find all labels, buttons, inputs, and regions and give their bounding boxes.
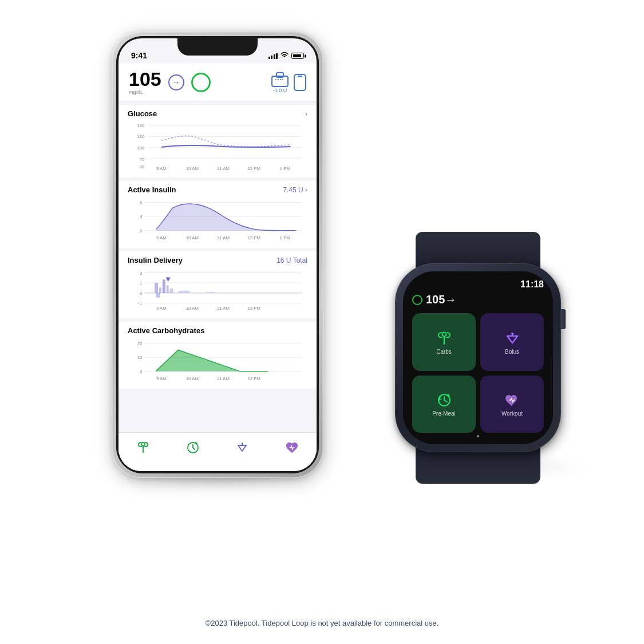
watch-glucose-row: 105→ <box>412 293 544 306</box>
svg-text:11 AM: 11 AM <box>217 306 230 311</box>
iphone-notch <box>177 38 258 56</box>
svg-text:1 PM: 1 PM <box>280 166 290 171</box>
svg-text:11 AM: 11 AM <box>217 235 230 240</box>
svg-text:10 AM: 10 AM <box>186 306 199 311</box>
bottom-tabs <box>118 432 317 471</box>
watch-time: 11:18 <box>520 279 544 290</box>
svg-rect-50 <box>206 292 214 293</box>
delivery-chart-svg: 2 1 0 -1 9 AM 10 AM 11 AM 12 PM <box>128 267 307 313</box>
svg-marker-72 <box>511 333 514 335</box>
watch-bolus-icon <box>504 330 520 346</box>
bolus-tab-icon <box>235 441 249 455</box>
pump-icon <box>271 72 289 88</box>
trend-arrow[interactable]: → <box>168 74 184 90</box>
svg-text:4: 4 <box>140 214 143 219</box>
delivery-chart-value: 16 U Total <box>276 256 307 264</box>
svg-text:10 AM: 10 AM <box>186 376 199 381</box>
signal-icon <box>268 53 278 59</box>
svg-rect-49 <box>178 291 189 293</box>
svg-rect-44 <box>163 279 165 293</box>
insulin-chart-title: Active Insulin <box>128 185 176 194</box>
glucose-display: 105 mg/dL <box>129 69 161 95</box>
svg-rect-46 <box>170 289 173 293</box>
svg-text:1 PM: 1 PM <box>280 235 290 240</box>
svg-point-64 <box>141 442 145 446</box>
watch-carbs-icon <box>436 330 452 346</box>
tab-bolus[interactable] <box>235 441 249 455</box>
carbs-tab-icon <box>136 441 150 455</box>
watch-content: 11:18 105→ <box>403 271 553 444</box>
svg-text:10: 10 <box>137 355 143 360</box>
glucose-chart-section: Glucose › 160 130 100 <box>118 105 317 177</box>
watch-bolus-label: Bolus <box>505 349 519 355</box>
svg-text:20: 20 <box>137 341 143 346</box>
glucose-number: 105 <box>129 69 161 89</box>
svg-text:0: 0 <box>140 369 143 374</box>
svg-text:12 PM: 12 PM <box>247 376 260 381</box>
carbs-chart-header: Active Carbohydrates <box>128 326 307 335</box>
svg-text:70: 70 <box>140 157 145 162</box>
watch-crown <box>561 309 566 329</box>
delivery-chart-header: Insulin Delivery 16 U Total <box>128 256 307 264</box>
svg-marker-70 <box>507 336 517 343</box>
watch-case: 11:18 105→ <box>395 263 561 452</box>
insulin-chart-svg: 8 4 0 9 AM 10 AM 11 AM 12 PM 1 PM <box>128 196 307 242</box>
svg-text:11 AM: 11 AM <box>217 376 230 381</box>
premeal-tab-icon <box>186 441 200 455</box>
iphone-screen: 9:41 <box>118 38 317 471</box>
watch-page-dot <box>477 435 479 437</box>
svg-text:8: 8 <box>140 200 143 206</box>
svg-text:0: 0 <box>140 228 143 234</box>
svg-text:100: 100 <box>137 145 145 151</box>
watch-carbs-button[interactable]: Carbs <box>412 313 476 371</box>
watch-carbs-label: Carbs <box>436 349 452 355</box>
tab-workout[interactable] <box>285 441 299 455</box>
wifi-icon <box>280 52 289 60</box>
watch-premeal-icon <box>436 392 452 408</box>
svg-text:9 AM: 9 AM <box>156 306 167 311</box>
iphone: 9:41 <box>112 31 323 478</box>
svg-text:12 PM: 12 PM <box>247 235 260 240</box>
tab-carbs[interactable] <box>136 441 150 455</box>
svg-text:1: 1 <box>140 280 142 286</box>
apple-watch: 11:18 105→ <box>395 263 561 452</box>
pump-display: -1.0 U <box>271 72 289 93</box>
insulin-chart-value: 7.45 U › <box>283 186 307 194</box>
watch-premeal-button[interactable]: Pre-Meal <box>412 376 476 433</box>
svg-rect-4 <box>298 76 302 77</box>
metric-bar: 105 mg/dL → -1.0 U <box>118 64 317 101</box>
watch-workout-icon <box>504 392 520 408</box>
svg-text:40: 40 <box>140 164 145 169</box>
loop-indicator <box>191 73 211 92</box>
delivery-chart-section: Insulin Delivery 16 U Total 2 1 <box>118 251 317 318</box>
svg-text:10 AM: 10 AM <box>186 166 199 171</box>
battery-icon <box>291 53 304 59</box>
glucose-chart-header: Glucose › <box>128 109 307 118</box>
status-time: 9:41 <box>131 51 147 60</box>
svg-text:0: 0 <box>140 291 143 296</box>
svg-marker-47 <box>166 277 171 282</box>
watch-workout-button[interactable]: Workout <box>480 376 544 433</box>
status-icons <box>268 52 305 60</box>
svg-text:10 AM: 10 AM <box>186 235 199 240</box>
scene: 9:41 <box>0 0 644 644</box>
watch-bolus-button[interactable]: Bolus <box>480 313 544 371</box>
watch-loop-indicator <box>412 295 422 305</box>
watch-screen: 11:18 105→ <box>403 271 553 444</box>
svg-text:9 AM: 9 AM <box>156 376 167 381</box>
svg-marker-66 <box>238 445 246 451</box>
svg-point-69 <box>442 332 446 336</box>
phone-icon <box>294 74 306 91</box>
carbs-chart-title: Active Carbohydrates <box>128 326 204 335</box>
workout-tab-icon <box>285 441 299 455</box>
tab-premeal[interactable] <box>186 441 200 455</box>
svg-text:-1: -1 <box>139 301 143 306</box>
svg-rect-45 <box>167 285 169 293</box>
svg-text:11 AM: 11 AM <box>217 166 230 171</box>
footer-text: ©2023 Tidepool. Tidepool Loop is not yet… <box>206 619 439 627</box>
watch-glucose-value: 105→ <box>426 293 456 306</box>
watch-button-grid: Carbs Bolus <box>412 313 544 433</box>
svg-rect-43 <box>159 287 161 293</box>
pump-label: -1.0 U <box>273 88 287 93</box>
svg-text:160: 160 <box>137 123 145 128</box>
